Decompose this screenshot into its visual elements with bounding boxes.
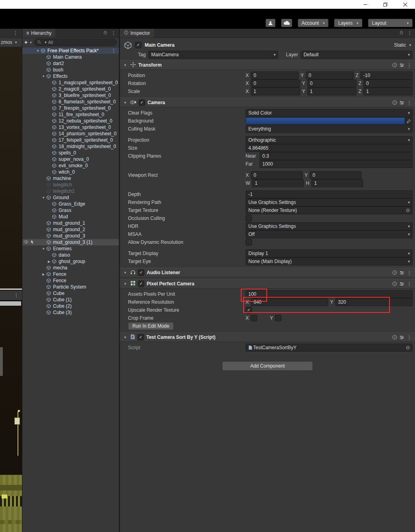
- vector-field[interactable]: 0: [310, 171, 362, 179]
- property-dropdown[interactable]: None (Main Display)▾: [246, 257, 413, 265]
- layers-dropdown[interactable]: Layers ▾: [334, 19, 362, 27]
- foldout-icon[interactable]: ▼: [122, 63, 128, 67]
- vector-field[interactable]: 0: [251, 79, 300, 87]
- hierarchy-item[interactable]: 13_vortex_spritesheet_0: [22, 124, 119, 131]
- panel-menu-icon[interactable]: ⋮: [13, 30, 18, 36]
- help-icon[interactable]: ?: [392, 100, 397, 105]
- hierarchy-item[interactable]: 1_magicspell_spritesheet_0: [22, 79, 119, 86]
- tab-hierarchy[interactable]: ≡ Hierarchy: [22, 29, 55, 38]
- property-dropdown[interactable]: Everything▾: [246, 125, 413, 133]
- component-menu-icon[interactable]: ⋮: [407, 62, 412, 68]
- checkbox[interactable]: ✓: [246, 307, 252, 313]
- property-field[interactable]: -1: [246, 190, 413, 198]
- tag-dropdown[interactable]: MainCamera ▾: [148, 51, 278, 59]
- component-enabled-checkbox[interactable]: ✓: [138, 281, 144, 287]
- panel-menu-icon[interactable]: ⋮: [407, 30, 412, 36]
- hierarchy-item[interactable]: ▼Effects: [22, 73, 119, 79]
- foldout-icon[interactable]: ▶: [46, 260, 52, 263]
- hierarchy-item[interactable]: ▶Fence: [22, 271, 119, 277]
- visibility-eye-icon[interactable]: [24, 240, 29, 244]
- component-header-test-camera-sort[interactable]: ▼#✓Test Camera Sort By Y (Script)?⋮: [120, 332, 415, 342]
- component-menu-icon[interactable]: ⋮: [407, 100, 412, 106]
- window-minimize-button[interactable]: [361, 1, 370, 8]
- vector-field[interactable]: 640: [251, 298, 328, 306]
- collab-button[interactable]: [266, 19, 275, 27]
- help-icon[interactable]: ?: [392, 63, 397, 67]
- foldout-icon[interactable]: ▼: [122, 101, 128, 105]
- hierarchy-item[interactable]: ▼Ground: [22, 194, 119, 201]
- hierarchy-item[interactable]: Fence: [22, 277, 119, 284]
- hierarchy-item[interactable]: 6_flamelash_spritesheet_0: [22, 99, 119, 105]
- help-icon[interactable]: ?: [392, 281, 397, 286]
- component-enabled-checkbox[interactable]: ✓: [138, 269, 144, 276]
- property-dropdown[interactable]: Use Graphics Settings▾: [246, 198, 413, 206]
- presets-icon[interactable]: [399, 282, 404, 286]
- hierarchy-item[interactable]: mud_ground_2: [22, 226, 119, 233]
- hierarchy-item[interactable]: evil_smoke_0: [22, 162, 119, 169]
- hierarchy-item[interactable]: mud_ground_1: [22, 220, 119, 226]
- panel-menu-icon[interactable]: ⋮: [111, 30, 116, 36]
- run-in-edit-mode-button[interactable]: Run In Edit Mode: [128, 322, 174, 330]
- checkbox[interactable]: [246, 239, 252, 245]
- property-field[interactable]: 1000: [260, 160, 413, 168]
- property-field[interactable]: 4.864865: [246, 144, 413, 152]
- hierarchy-item[interactable]: 14_phantom_spritesheet_0: [22, 131, 119, 137]
- hierarchy-item[interactable]: dart2: [22, 60, 119, 67]
- hierarchy-item[interactable]: 18_midnight_spritesheet_0: [22, 143, 119, 150]
- foldout-icon[interactable]: ▼: [35, 49, 41, 53]
- prefab-menu-icon[interactable]: ⋮: [111, 48, 119, 53]
- hierarchy-item[interactable]: 17_felspell_spritesheet_0: [22, 137, 119, 143]
- color-field[interactable]: [246, 117, 413, 125]
- create-object-button[interactable]: + ▾: [24, 39, 31, 45]
- help-icon[interactable]: ?: [392, 270, 397, 275]
- component-menu-icon[interactable]: ⋮: [407, 281, 412, 287]
- window-close-button[interactable]: [401, 1, 409, 8]
- vector-field[interactable]: 0: [251, 171, 303, 179]
- vector-field[interactable]: 1: [363, 87, 413, 95]
- panel-menu-icon[interactable]: ⋮: [14, 293, 19, 298]
- hierarchy-item[interactable]: Mud: [22, 214, 119, 220]
- hierarchy-item[interactable]: spells_0: [22, 150, 119, 156]
- scene-picking-icon[interactable]: [30, 240, 35, 244]
- hierarchy-item[interactable]: 7_firespin_spritesheet_0: [22, 105, 119, 111]
- hierarchy-item[interactable]: ▼Enemies: [22, 245, 119, 252]
- vector-field[interactable]: 0: [306, 71, 354, 79]
- tab-inspector[interactable]: Inspector: [120, 29, 154, 38]
- hierarchy-item[interactable]: ▼Free Pixel Effects Pack*⋮: [22, 47, 119, 54]
- lock-icon[interactable]: [103, 30, 107, 36]
- crop-frame-y-checkbox[interactable]: [275, 315, 281, 321]
- hierarchy-item[interactable]: Cube (2): [22, 303, 119, 309]
- property-dropdown[interactable]: Display 1▾: [246, 249, 413, 257]
- foldout-icon[interactable]: ▼: [41, 196, 46, 200]
- property-field[interactable]: 0.3: [260, 152, 413, 160]
- hierarchy-item[interactable]: 12_nebula_spritesheet_0: [22, 118, 119, 124]
- hierarchy-item[interactable]: ▶ghost_group: [22, 258, 119, 265]
- foldout-icon[interactable]: ▼: [122, 271, 128, 275]
- checkbox[interactable]: [246, 215, 252, 222]
- property-field[interactable]: 100: [246, 290, 413, 298]
- hierarchy-item[interactable]: Grass: [22, 207, 119, 214]
- object-field[interactable]: TestCameraSortByY⊙: [246, 344, 413, 352]
- window-restore-button[interactable]: [381, 1, 389, 8]
- hierarchy-item[interactable]: Cube: [22, 290, 119, 297]
- scene-canvas[interactable]: ⋮: [0, 47, 22, 532]
- component-enabled-checkbox[interactable]: ✓: [138, 334, 144, 340]
- crop-frame-x-checkbox[interactable]: [251, 315, 257, 321]
- hierarchy-item[interactable]: mud_ground_3 (1): [22, 239, 119, 245]
- gizmos-dropdown[interactable]: zmos ▾: [1, 40, 17, 45]
- vector-field[interactable]: 0: [363, 79, 413, 87]
- presets-icon[interactable]: [399, 101, 404, 105]
- foldout-icon[interactable]: ▼: [122, 336, 128, 339]
- component-header-transform[interactable]: ▼Transform?⋮: [120, 60, 415, 70]
- hierarchy-item[interactable]: teleglitch2: [22, 188, 119, 194]
- component-menu-icon[interactable]: ⋮: [407, 270, 412, 276]
- add-component-button[interactable]: Add Component: [222, 361, 313, 371]
- hierarchy-item[interactable]: teleglitch: [22, 182, 119, 188]
- hierarchy-item[interactable]: Main Camera: [22, 54, 119, 60]
- hierarchy-item[interactable]: witch_0: [22, 169, 119, 175]
- hierarchy-item[interactable]: Grass_Edge: [22, 201, 119, 207]
- hierarchy-item[interactable]: daiso: [22, 252, 119, 258]
- hierarchy-item[interactable]: mecha: [22, 265, 119, 271]
- gameobject-active-checkbox[interactable]: ✓: [135, 42, 142, 48]
- hierarchy-item[interactable]: mud_ground_3: [22, 233, 119, 239]
